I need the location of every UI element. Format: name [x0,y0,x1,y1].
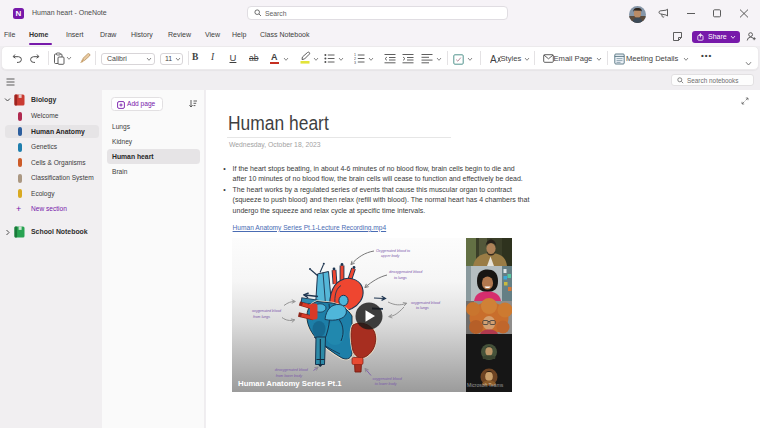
svg-text:oxygenated blood: oxygenated blood [411,301,441,305]
svg-text:deoxygenated blood: deoxygenated blood [275,368,309,372]
svg-text:deoxygenated blood: deoxygenated blood [389,270,423,274]
svg-text:to lower body: to lower body [375,382,398,386]
svg-text:A: A [490,54,497,65]
svg-text:from lungs: from lungs [253,315,270,319]
svg-text:oxygenated blood: oxygenated blood [252,309,282,313]
svg-text:Microsoft Teams: Microsoft Teams [467,382,504,388]
svg-text:to lungs: to lungs [394,276,407,280]
svg-text:Oxygenated blood to: Oxygenated blood to [376,249,410,253]
svg-text:oxygenated blood: oxygenated blood [373,377,403,381]
svg-text:from lower body: from lower body [276,374,303,378]
svg-text:3: 3 [354,61,356,64]
svg-text:upper body: upper body [381,254,401,258]
svg-text:to lungs: to lungs [416,306,429,310]
